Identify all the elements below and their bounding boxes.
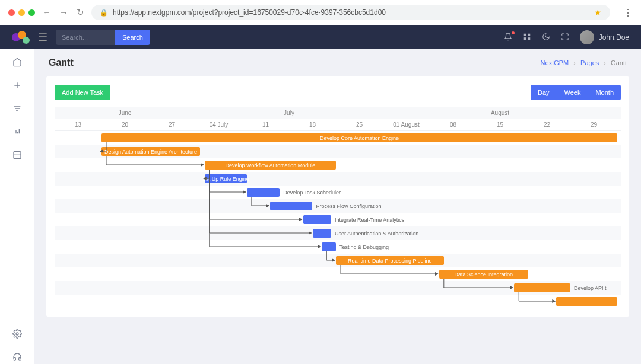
reload-icon[interactable]: ↻ — [77, 7, 84, 18]
month-label: July — [195, 107, 383, 119]
browser-chrome: ← → ↻ 🔒 https://app.nextgpm.com/project?… — [0, 0, 641, 25]
search-button[interactable]: Search — [115, 30, 150, 45]
gantt-row: Set Up Rule Engine — [55, 172, 621, 186]
date-label: 18 — [289, 119, 336, 130]
gantt-bar[interactable]: Develop Task Scheduler — [247, 188, 280, 197]
add-icon[interactable] — [12, 81, 22, 92]
gantt-row: Design Automation Engine Architecture — [55, 145, 621, 158]
page-title: Gantt — [49, 58, 74, 68]
day-view-button[interactable]: Day — [531, 85, 557, 100]
gantt-bar[interactable]: Process Flow Configuration — [270, 202, 312, 210]
moon-icon[interactable] — [542, 33, 550, 43]
page-head: Gantt NextGPM › Pages › Gantt — [46, 49, 629, 76]
gantt-row: Develop Core Automation Engine — [55, 131, 621, 145]
gantt-card: Add New Task Day Week Month JuneJulyAugu… — [46, 76, 629, 317]
crumb-pages[interactable]: Pages — [580, 59, 599, 66]
date-label: 22 — [523, 119, 570, 130]
date-label: 04 July — [195, 119, 242, 130]
gantt-bar-label: Testing & Debugging — [339, 244, 389, 250]
gantt-bar[interactable]: Integrate Real-Time Analytics — [303, 215, 331, 224]
url-text: https://app.nextgpm.com/project?project_… — [113, 8, 386, 17]
svg-rect-3 — [528, 37, 530, 40]
search-wrap: Search — [56, 30, 150, 45]
close-window-icon[interactable] — [8, 9, 15, 16]
home-icon[interactable] — [12, 58, 22, 69]
gantt-bar[interactable]: Develop API t — [514, 283, 570, 292]
gantt-row: Testing & Debugging — [55, 240, 621, 254]
app-topbar: ☰ Search John.Doe — [0, 25, 641, 49]
back-icon[interactable]: ← — [42, 7, 51, 18]
gantt-bar[interactable]: Develop Core Automation Engine — [101, 133, 617, 142]
gantt-bar[interactable]: Real-time Data Processing Pipeline — [336, 256, 444, 265]
svg-rect-4 — [14, 152, 21, 159]
menu-icon[interactable]: ☰ — [38, 31, 47, 44]
report-icon[interactable] — [12, 127, 22, 138]
gantt-bar-label: User Authentication & Authorization — [335, 231, 418, 237]
filter-icon[interactable] — [12, 104, 22, 115]
gantt-row: Analytical Workf — [55, 295, 621, 308]
search-input[interactable] — [56, 30, 115, 45]
forward-icon[interactable]: → — [59, 7, 68, 18]
gantt-row: User Authentication & Authorization — [55, 226, 621, 240]
calendar-icon[interactable] — [12, 150, 22, 161]
gantt-bar-label: Develop API t — [574, 285, 607, 291]
svg-rect-2 — [523, 37, 526, 40]
window-controls — [8, 9, 35, 16]
avatar — [580, 30, 594, 44]
sidebar — [0, 49, 34, 364]
date-label: 25 — [336, 119, 383, 130]
gantt-row: Develop API t — [55, 281, 621, 295]
gantt-row: Develop Task Scheduler — [55, 186, 621, 199]
breadcrumb: NextGPM › Pages › Gantt — [541, 59, 627, 66]
grid-icon[interactable] — [523, 33, 531, 43]
gantt-chart[interactable]: JuneJulyAugust13202704 July11182501 Augu… — [55, 107, 621, 308]
user-name: John.Doe — [599, 33, 629, 41]
support-icon[interactable] — [12, 352, 22, 363]
date-label: 29 — [570, 119, 617, 130]
gantt-bar-label: Integrate Real-Time Analytics — [335, 217, 404, 223]
date-label: 13 — [55, 119, 101, 130]
month-label: August — [383, 107, 617, 119]
gantt-bar-label: Develop Task Scheduler — [283, 190, 341, 196]
user-menu[interactable]: John.Doe — [580, 30, 629, 44]
gantt-row: Integrate Real-Time Analytics — [55, 213, 621, 226]
week-view-button[interactable]: Week — [557, 85, 588, 100]
lock-icon: 🔒 — [100, 9, 108, 17]
date-label: 08 — [430, 119, 477, 130]
crumb-root[interactable]: NextGPM — [541, 59, 569, 66]
minimize-window-icon[interactable] — [18, 9, 25, 16]
svg-rect-0 — [523, 33, 526, 36]
gantt-row: Process Flow Configuration — [55, 199, 621, 213]
month-label: June — [55, 107, 195, 119]
url-bar[interactable]: 🔒 https://app.nextgpm.com/project?projec… — [91, 5, 610, 20]
svg-point-5 — [16, 333, 18, 335]
bookmark-star-icon[interactable]: ★ — [594, 8, 602, 17]
add-task-button[interactable]: Add New Task — [55, 85, 110, 100]
app-logo — [12, 31, 30, 44]
gantt-bar[interactable]: Analytical Workf — [556, 297, 617, 306]
gantt-bar[interactable]: Testing & Debugging — [322, 242, 336, 251]
gantt-bar[interactable]: Data Science Integration — [439, 270, 528, 279]
date-label: 01 August — [383, 119, 430, 130]
gantt-bar[interactable]: User Authentication & Authorization — [313, 229, 332, 238]
bell-icon[interactable] — [504, 33, 512, 43]
date-label: 27 — [148, 119, 195, 130]
crumb-leaf: Gantt — [611, 59, 627, 66]
nav-buttons: ← → ↻ — [42, 7, 84, 18]
gantt-bar[interactable]: Set Up Rule Engine — [205, 174, 247, 183]
gantt-row: Real-time Data Processing Pipeline — [55, 254, 621, 267]
svg-rect-1 — [528, 33, 530, 36]
gear-icon[interactable] — [12, 329, 22, 340]
month-view-button[interactable]: Month — [588, 85, 621, 100]
maximize-window-icon[interactable] — [28, 9, 35, 16]
gantt-bar-label: Process Flow Configuration — [316, 203, 381, 209]
date-label: 15 — [477, 119, 523, 130]
gantt-row: Data Science Integration — [55, 267, 621, 281]
date-label: 20 — [101, 119, 148, 130]
fullscreen-icon[interactable] — [561, 33, 569, 43]
gantt-row: Develop Workflow Automation Module — [55, 158, 621, 172]
gantt-bar[interactable]: Design Automation Engine Architecture — [101, 147, 200, 156]
browser-more-icon[interactable]: ⋮ — [623, 7, 633, 18]
gantt-bar[interactable]: Develop Workflow Automation Module — [205, 161, 336, 170]
date-label: 11 — [242, 119, 289, 130]
